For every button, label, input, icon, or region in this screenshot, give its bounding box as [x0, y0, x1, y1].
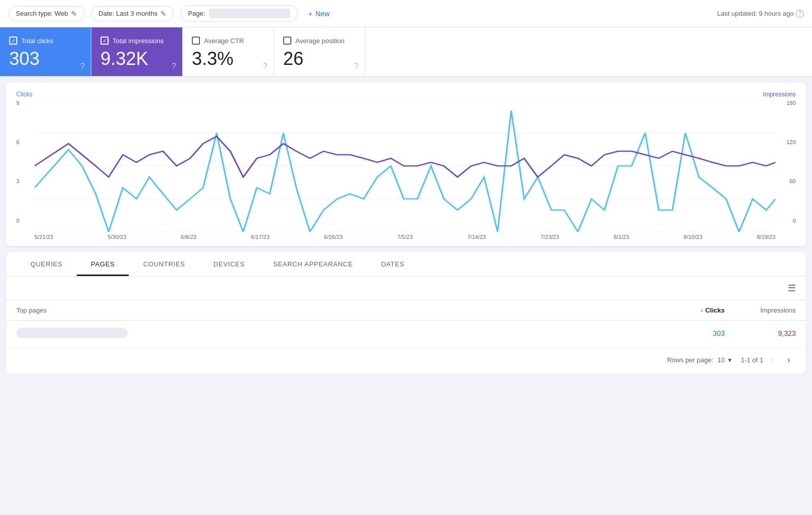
prev-page-button[interactable]: ‹: [765, 353, 780, 367]
date-filter[interactable]: Date: Last 3 months ✎: [91, 6, 174, 21]
total-impressions-value: 9.32K: [100, 49, 170, 69]
rows-per-page-value: 10: [718, 356, 725, 364]
tab-search-appearance[interactable]: SEARCH APPEARANCE: [259, 252, 367, 276]
line-chart: [35, 100, 775, 232]
average-ctr-help-icon[interactable]: ?: [263, 62, 267, 71]
pagination-row: Rows per page: 10 ▼ 1-1 of 1 ‹ ›: [6, 347, 806, 373]
page-navigation: 1-1 of 1 ‹ ›: [741, 353, 796, 367]
tab-pages[interactable]: PAGES: [77, 252, 129, 276]
metric-average-position[interactable]: Average position 26 ?: [274, 27, 365, 76]
table-cell-clicks: 303: [664, 329, 725, 337]
table-col-impressions-header: Impressions: [725, 306, 796, 314]
new-button[interactable]: + New: [304, 7, 333, 21]
y-axis-left: 9 6 3 0: [16, 100, 19, 224]
rows-per-page: Rows per page: 10 ▼: [667, 356, 732, 364]
filter-icon-button[interactable]: ☰̄: [788, 283, 796, 294]
tab-countries[interactable]: COUNTRIES: [129, 252, 199, 276]
sort-arrow-icon: ↓: [700, 306, 703, 314]
search-type-filter[interactable]: Search type: Web ✎: [8, 6, 85, 21]
average-position-label: Average position: [295, 37, 345, 45]
total-clicks-value: 303: [9, 49, 79, 69]
date-edit-icon[interactable]: ✎: [160, 10, 166, 18]
total-clicks-label: Total clicks: [21, 37, 53, 45]
top-bar: Search type: Web ✎ Date: Last 3 months ✎…: [0, 0, 812, 27]
table-cell-url[interactable]: [16, 328, 664, 339]
page-range-text: 1-1 of 1: [741, 356, 763, 364]
metric-total-impressions[interactable]: Total impressions 9.32K ?: [91, 27, 183, 76]
table-col-pages-header: Top pages: [16, 306, 664, 314]
average-ctr-value: 3.3%: [192, 49, 261, 69]
average-position-value: 26: [283, 49, 353, 69]
rows-per-page-label: Rows per page:: [667, 356, 713, 364]
last-updated-text: Last updated: 9 hours ago ?: [717, 10, 804, 18]
search-type-edit-icon[interactable]: ✎: [71, 10, 77, 18]
chart-area: 9 6 3 0 180 120 60 0 5/21/23 5: [16, 100, 796, 240]
table-row: 303 9,323: [6, 321, 806, 347]
metrics-row: Total clicks 303 ? Total impressions 9.3…: [0, 27, 812, 77]
impressions-line: [35, 136, 775, 177]
y-axis-right: 180 120 60 0: [787, 100, 796, 224]
average-position-checkbox[interactable]: [283, 37, 291, 45]
tabs-row: QUERIES PAGES COUNTRIES DEVICES SEARCH A…: [6, 252, 806, 277]
tab-queries[interactable]: QUERIES: [16, 252, 77, 276]
filter-row: ☰̄: [6, 277, 806, 300]
total-impressions-help-icon[interactable]: ?: [172, 62, 176, 71]
page-filter: Page:: [180, 5, 298, 22]
total-clicks-checkbox[interactable]: [9, 37, 17, 45]
metric-total-clicks[interactable]: Total clicks 303 ?: [0, 27, 91, 76]
chart-left-axis-label: Clicks: [16, 91, 32, 98]
chart-right-axis-label: Impressions: [763, 91, 796, 98]
new-button-label: New: [316, 10, 330, 18]
metric-average-ctr[interactable]: Average CTR 3.3% ?: [183, 27, 274, 76]
total-impressions-checkbox[interactable]: [100, 37, 109, 45]
metric-total-impressions-header: Total impressions: [100, 37, 170, 45]
average-ctr-checkbox[interactable]: [192, 37, 200, 45]
x-axis: 5/21/23 5/30/23 6/8/23 6/17/23 6/26/23 7…: [35, 234, 775, 240]
chart-container: Clicks Impressions 9 6 3 0 180 120 60 0: [6, 83, 806, 246]
metric-average-ctr-header: Average CTR: [192, 37, 261, 45]
tab-dates[interactable]: DATES: [367, 252, 419, 276]
average-position-help-icon[interactable]: ?: [354, 62, 359, 71]
rows-per-page-dropdown-icon[interactable]: ▼: [727, 357, 733, 364]
metric-average-position-header: Average position: [283, 37, 353, 45]
next-page-button[interactable]: ›: [782, 353, 796, 367]
page-filter-input[interactable]: [209, 9, 290, 18]
url-placeholder: [16, 328, 128, 338]
last-updated-help-icon[interactable]: ?: [796, 10, 804, 18]
search-type-label: Search type: Web: [16, 10, 68, 17]
tab-devices[interactable]: DEVICES: [199, 252, 259, 276]
rows-per-page-select[interactable]: 10 ▼: [718, 356, 733, 364]
total-clicks-help-icon[interactable]: ?: [80, 62, 85, 71]
average-ctr-label: Average CTR: [204, 37, 244, 45]
page-filter-label: Page:: [188, 10, 205, 17]
plus-icon: +: [308, 10, 312, 18]
date-label: Date: Last 3 months: [98, 10, 157, 17]
table-cell-impressions: 9,323: [725, 329, 796, 337]
chart-labels-row: Clicks Impressions: [16, 91, 796, 98]
table-header: Top pages ↓ Clicks Impressions: [6, 300, 806, 321]
table-col-clicks-header: ↓ Clicks: [664, 306, 725, 314]
clicks-line: [35, 111, 775, 232]
total-impressions-label: Total impressions: [113, 37, 163, 45]
tabs-section: QUERIES PAGES COUNTRIES DEVICES SEARCH A…: [6, 252, 806, 373]
metric-total-clicks-header: Total clicks: [9, 37, 79, 45]
